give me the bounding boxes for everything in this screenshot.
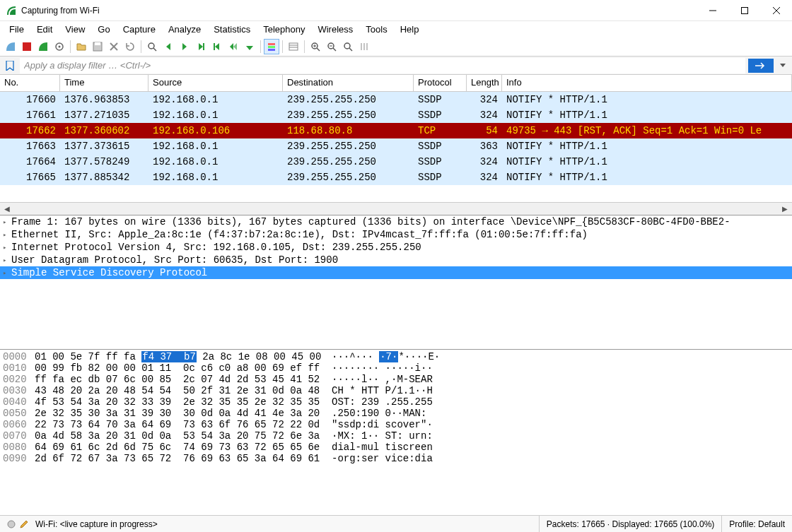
packet-row[interactable]: 176611377.271035192.168.0.1239.255.255.2… xyxy=(0,107,792,123)
svg-line-22 xyxy=(317,48,320,51)
packet-row[interactable]: 176621377.360602192.168.0.106118.68.80.8… xyxy=(0,123,792,138)
packet-details-pane[interactable]: ▸Frame 1: 167 bytes on wire (1336 bits),… xyxy=(0,215,792,349)
col-header-time[interactable]: Time xyxy=(60,75,148,91)
resize-columns-icon[interactable] xyxy=(356,39,372,54)
statusbar: Wi-Fi: <live capture in progress> Packet… xyxy=(0,515,792,532)
packet-rows[interactable]: 176601376.963853192.168.0.1239.255.255.2… xyxy=(0,92,792,185)
hex-row[interactable]: 000001 00 5e 7f ff fa f4 37 b7 2a 8c 1e … xyxy=(3,351,789,362)
hex-row[interactable]: 0020ff fa ec db 07 6c 00 85 2c 07 4d 2d … xyxy=(3,374,789,385)
tree-node[interactable]: ▸User Datagram Protocol, Src Port: 60635… xyxy=(0,254,792,266)
col-header-info[interactable]: Info xyxy=(502,75,792,91)
packet-list-scrollbar[interactable]: ◀▶ xyxy=(0,202,792,215)
svg-rect-18 xyxy=(289,43,298,50)
menu-tools[interactable]: Tools xyxy=(359,23,393,36)
menu-view[interactable]: View xyxy=(59,23,91,36)
reload-icon[interactable] xyxy=(122,39,138,54)
menu-go[interactable]: Go xyxy=(91,23,116,36)
start-capture-icon[interactable] xyxy=(3,39,18,54)
hex-row[interactable]: 003043 48 20 2a 20 48 54 54 50 2f 31 2e … xyxy=(3,385,789,396)
menu-file[interactable]: File xyxy=(3,23,30,36)
tree-node[interactable]: ▸Simple Service Discovery Protocol xyxy=(0,266,792,279)
hex-row[interactable]: 001000 99 fb 82 00 00 01 11 0c c6 c0 a8 … xyxy=(3,362,789,374)
filter-bookmark-icon[interactable] xyxy=(3,59,17,73)
expand-icon[interactable]: ▸ xyxy=(3,256,11,264)
menu-capture[interactable]: Capture xyxy=(117,23,162,36)
svg-rect-16 xyxy=(268,46,275,48)
filterbar xyxy=(0,57,792,75)
hex-row[interactable]: 00902d 6f 72 67 3a 73 65 72 76 69 63 65 … xyxy=(3,453,789,464)
colorize-icon[interactable] xyxy=(264,39,279,54)
col-header-no[interactable]: No. xyxy=(0,75,60,91)
packet-row[interactable]: 176631377.373615192.168.0.1239.255.255.2… xyxy=(0,138,792,154)
col-header-len[interactable]: Length xyxy=(467,75,502,91)
expand-icon[interactable]: ▸ xyxy=(3,269,11,277)
display-filter-input[interactable] xyxy=(20,58,745,73)
edit-capture-comment-icon[interactable] xyxy=(20,520,28,528)
tree-node[interactable]: ▸Ethernet II, Src: Apple_2a:8c:1e (f4:37… xyxy=(0,228,792,241)
filter-apply-button[interactable] xyxy=(748,59,774,73)
window-title: Capturing from Wi-Fi xyxy=(21,6,697,16)
tree-node[interactable]: ▸Internet Protocol Version 4, Src: 192.1… xyxy=(0,241,792,254)
close-file-icon[interactable] xyxy=(106,39,122,54)
save-file-icon[interactable] xyxy=(90,39,105,54)
minimize-button[interactable] xyxy=(697,0,728,20)
maximize-button[interactable] xyxy=(728,0,760,20)
packet-list-pane: No. Time Source Destination Protocol Len… xyxy=(0,75,792,202)
menu-edit[interactable]: Edit xyxy=(30,23,59,36)
menu-analyze[interactable]: Analyze xyxy=(162,23,207,36)
packet-bytes-pane[interactable]: 000001 00 5e 7f ff fa f4 37 b7 2a 8c 1e … xyxy=(0,349,792,515)
svg-rect-8 xyxy=(95,42,100,45)
window-controls xyxy=(697,0,792,20)
expand-icon[interactable]: ▸ xyxy=(3,218,11,226)
tree-node[interactable]: ▸Frame 1: 167 bytes on wire (1336 bits),… xyxy=(0,215,792,228)
menu-help[interactable]: Help xyxy=(394,23,426,36)
col-header-src[interactable]: Source xyxy=(148,75,283,91)
auto-scroll-icon[interactable] xyxy=(242,39,257,54)
go-back-icon[interactable] xyxy=(161,39,176,54)
zoom-reset-icon[interactable] xyxy=(340,39,356,54)
scroll-left-icon[interactable]: ◀ xyxy=(1,205,13,213)
expand-icon[interactable]: ▸ xyxy=(3,231,11,239)
go-first-icon[interactable] xyxy=(209,39,225,54)
svg-rect-1 xyxy=(741,7,747,13)
find-packet-icon[interactable] xyxy=(144,39,160,54)
hex-row[interactable]: 00700a 4d 58 3a 20 31 0d 0a 53 54 3a 20 … xyxy=(3,430,789,442)
hex-row[interactable]: 00502e 32 35 30 3a 31 39 30 30 0d 0a 4d … xyxy=(3,408,789,419)
svg-point-28 xyxy=(344,43,350,49)
hex-row[interactable]: 00404f 53 54 3a 20 32 33 39 2e 32 35 35 … xyxy=(3,396,789,408)
menubar: File Edit View Go Capture Analyze Statis… xyxy=(0,21,792,37)
packet-row[interactable]: 176641377.578249192.168.0.1239.255.255.2… xyxy=(0,154,792,170)
close-button[interactable] xyxy=(760,0,792,20)
filter-history-dropdown[interactable] xyxy=(776,59,789,73)
status-profile[interactable]: Profile: Default xyxy=(722,516,792,532)
status-interface: Wi-Fi: <live capture in progress> xyxy=(0,516,540,532)
capture-options-icon[interactable] xyxy=(52,39,67,54)
go-last-icon[interactable] xyxy=(226,39,241,54)
svg-line-29 xyxy=(349,48,352,51)
svg-rect-17 xyxy=(268,49,275,51)
open-file-icon[interactable] xyxy=(74,39,89,54)
menu-statistics[interactable]: Statistics xyxy=(207,23,257,36)
svg-rect-4 xyxy=(23,42,31,51)
packet-list-header: No. Time Source Destination Protocol Len… xyxy=(0,75,792,92)
expand-icon[interactable]: ▸ xyxy=(3,244,11,252)
zoom-in-icon[interactable] xyxy=(308,39,323,54)
zoom-out-icon[interactable] xyxy=(324,39,339,54)
packet-row[interactable]: 176601376.963853192.168.0.1239.255.255.2… xyxy=(0,92,792,107)
packet-row[interactable]: 176651377.885342192.168.0.1239.255.255.2… xyxy=(0,170,792,185)
col-header-dst[interactable]: Destination xyxy=(283,75,414,91)
columns-icon[interactable] xyxy=(286,39,301,54)
go-to-packet-icon[interactable] xyxy=(193,39,209,54)
go-forward-icon[interactable] xyxy=(177,39,192,54)
menu-telephony[interactable]: Telephony xyxy=(257,23,311,36)
hex-row[interactable]: 008064 69 61 6c 2d 6d 75 6c 74 69 73 63 … xyxy=(3,442,789,453)
restart-capture-icon[interactable] xyxy=(35,39,51,54)
svg-point-33 xyxy=(8,521,15,528)
col-header-proto[interactable]: Protocol xyxy=(414,75,467,91)
hex-row[interactable]: 006022 73 73 64 70 3a 64 69 73 63 6f 76 … xyxy=(3,419,789,430)
scroll-right-icon[interactable]: ▶ xyxy=(779,205,791,213)
expert-info-icon[interactable] xyxy=(7,520,16,528)
stop-capture-icon[interactable] xyxy=(19,39,35,54)
menu-wireless[interactable]: Wireless xyxy=(311,23,359,36)
status-interface-text: Wi-Fi: <live capture in progress> xyxy=(35,519,158,529)
